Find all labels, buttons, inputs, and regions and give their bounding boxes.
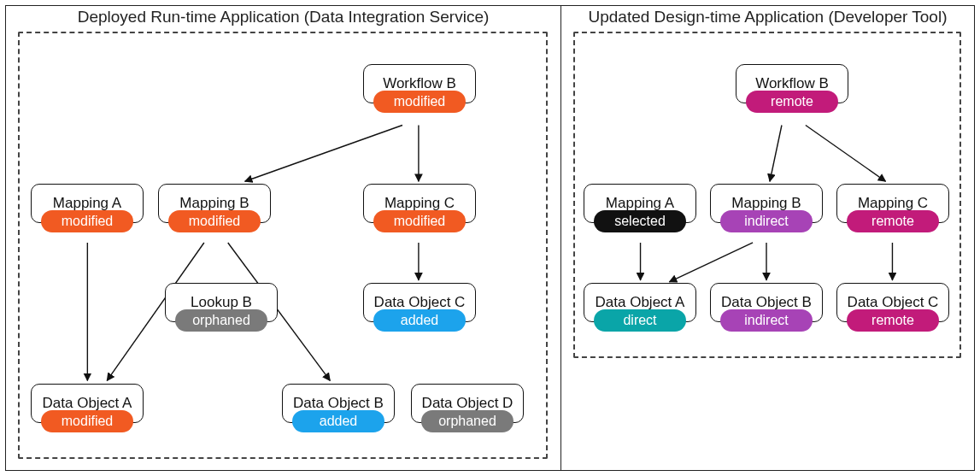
status-badge: indirect <box>720 210 813 232</box>
diagram-container: Deployed Run-time Application (Data Inte… <box>5 5 975 471</box>
node-data-object-b: Data Object B indirect <box>710 283 823 332</box>
node-mapping-a: Mapping A selected <box>584 184 696 233</box>
node-lookup-b: Lookup B orphaned <box>165 283 278 332</box>
status-badge: orphaned <box>175 309 267 332</box>
status-badge: indirect <box>720 309 813 332</box>
node-workflow-b: Workflow B modified <box>363 64 476 114</box>
node-data-object-d: Data Object D orphaned <box>411 384 524 433</box>
node-data-object-a: Data Object A direct <box>584 283 696 332</box>
status-badge: remote <box>746 91 838 113</box>
status-badge: remote <box>847 309 939 332</box>
panel-updated-designtime: Updated Design-time Application (Develop… <box>561 6 974 470</box>
status-badge: selected <box>594 210 686 232</box>
node-mapping-c: Mapping C modified <box>363 184 476 233</box>
status-badge: modified <box>373 91 466 113</box>
status-badge: modified <box>373 210 466 232</box>
node-mapping-c: Mapping C remote <box>836 184 949 233</box>
node-data-object-b: Data Object B added <box>282 384 395 433</box>
node-mapping-a: Mapping A modified <box>31 184 144 233</box>
status-badge: modified <box>41 410 133 432</box>
status-badge: remote <box>847 210 939 232</box>
node-mapping-b: Mapping B modified <box>158 184 271 233</box>
status-badge: modified <box>168 210 261 232</box>
node-data-object-c: Data Object C remote <box>836 283 949 332</box>
node-mapping-b: Mapping B indirect <box>710 184 823 233</box>
panel-title-left: Deployed Run-time Application (Data Inte… <box>6 6 560 28</box>
status-badge: added <box>373 309 466 332</box>
status-badge: modified <box>41 210 133 232</box>
node-data-object-a: Data Object A modified <box>31 384 144 433</box>
panel-title-right: Updated Design-time Application (Develop… <box>561 6 974 28</box>
node-data-object-c: Data Object C added <box>363 283 476 332</box>
node-workflow-b: Workflow B remote <box>736 64 848 114</box>
status-badge: direct <box>594 309 686 332</box>
status-badge: orphaned <box>421 410 513 432</box>
status-badge: added <box>292 410 384 432</box>
panel-deployed-runtime: Deployed Run-time Application (Data Inte… <box>6 6 561 470</box>
